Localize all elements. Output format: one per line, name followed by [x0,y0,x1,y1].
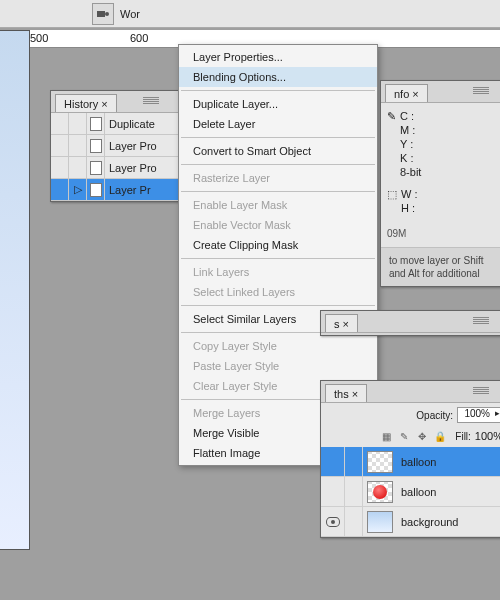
tab-info[interactable]: nfo × [385,84,428,102]
tab-paths[interactable]: ths × [325,384,367,402]
info-line: M : [400,123,421,137]
menu-item[interactable]: Delete Layer [179,114,377,134]
menu-item: Enable Vector Mask [179,215,377,235]
lock-position-icon[interactable]: ✥ [415,429,429,443]
menu-separator [181,137,375,138]
layer-icon [90,117,102,131]
history-row[interactable]: Layer Pro [51,157,179,179]
ruler-mark: 500 [30,32,48,44]
info-hint: to move layer or Shift and Alt for addit… [381,247,500,286]
menu-item[interactable]: Layer Properties... [179,47,377,67]
lock-all-icon[interactable]: 🔒 [433,429,447,443]
menu-item: Rasterize Layer [179,168,377,188]
history-label: Layer Pr [105,184,179,196]
svg-point-1 [105,12,109,16]
layer-icon [90,183,102,197]
menu-item[interactable]: Convert to Smart Object [179,141,377,161]
layer-icon [90,161,102,175]
opacity-label: Opacity: [416,410,453,421]
layer-name: balloon [397,456,436,468]
panel-grip-icon[interactable] [473,387,489,395]
history-label: Layer Pro [105,162,179,174]
eyedropper-icon: ✎ [387,109,396,179]
history-label: Layer Pro [105,140,179,152]
layer-name: background [397,516,459,528]
svg-rect-0 [97,11,105,17]
document-canvas[interactable] [0,30,30,550]
history-row[interactable]: ▷Layer Pr [51,179,179,201]
panel-grip-icon[interactable] [473,317,489,325]
tab-history[interactable]: History × [55,94,117,112]
lock-pixels-icon[interactable]: ✎ [397,429,411,443]
lock-controls: ▦ ✎ ✥ 🔒 [379,429,451,443]
info-line: Y : [400,137,421,151]
panel-grip-icon[interactable] [143,97,159,105]
layer-thumbnail [367,481,393,503]
doc-size: 09M [381,221,500,247]
fill-field[interactable]: 100% [475,430,500,442]
layer-name: balloon [397,486,436,498]
history-label: Duplicate [105,118,179,130]
visibility-icon[interactable] [326,517,340,527]
options-bar: Wor [0,0,500,28]
layer-row[interactable]: balloon [321,477,500,507]
layer-thumbnail [367,511,393,533]
layer-row[interactable]: balloon [321,447,500,477]
layer-thumbnail [367,451,393,473]
menu-item: Link Layers [179,262,377,282]
menu-item[interactable]: Duplicate Layer... [179,94,377,114]
info-panel: nfo × ▸ ✎ C :M :Y :K :8-bit ⬚ W : H : 09… [380,80,500,287]
info-line: K : [400,151,421,165]
panel-grip-icon[interactable] [473,87,489,95]
menu-item: Select Linked Layers [179,282,377,302]
dimensions-icon: ⬚ [387,187,397,215]
opacity-field[interactable]: 100% [457,407,500,423]
layer-icon [90,139,102,153]
lock-transparency-icon[interactable]: ▦ [379,429,393,443]
brush-preset-icon[interactable] [92,3,114,25]
ruler-mark: 600 [130,32,148,44]
fill-label: Fill: [455,431,471,442]
menu-separator [181,305,375,306]
layers-panel: ths × ▸ Opacity: 100% ▦ ✎ ✥ 🔒 Fill: 100%… [320,380,500,538]
menu-separator [181,90,375,91]
menu-separator [181,258,375,259]
layer-row[interactable]: background [321,507,500,537]
menu-item: Enable Layer Mask [179,195,377,215]
menu-separator [181,164,375,165]
toolbar-label: Wor [120,8,140,20]
menu-item: Paste Layer Style [179,356,377,376]
mini-panel: s × ▸ [320,310,500,336]
history-panel: History × DuplicateLayer ProLayer Pro▷La… [50,90,180,202]
info-readout: ✎ C :M :Y :K :8-bit ⬚ W : H : [381,103,500,221]
info-line: C : [400,109,421,123]
menu-item[interactable]: Blending Options... [179,67,377,87]
history-row[interactable]: Duplicate [51,113,179,135]
info-line: 8-bit [400,165,421,179]
history-row[interactable]: Layer Pro [51,135,179,157]
menu-item[interactable]: Create Clipping Mask [179,235,377,255]
menu-item: Copy Layer Style [179,336,377,356]
tab-mini[interactable]: s × [325,314,358,332]
menu-separator [181,191,375,192]
